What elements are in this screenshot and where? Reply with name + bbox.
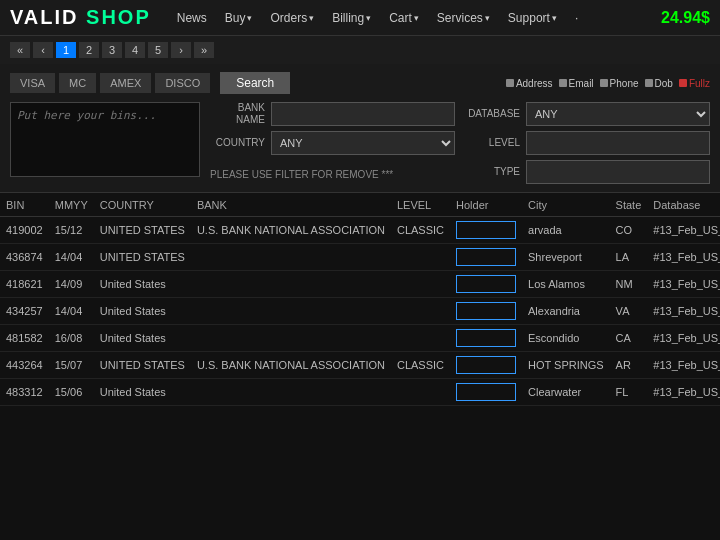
- cell-state: VA: [610, 298, 648, 325]
- cell-city: Los Alamos: [522, 271, 610, 298]
- cell-country: United States: [94, 298, 191, 325]
- fullz-dot: [679, 79, 687, 87]
- table-row: 418621 14/09 United States Los Alamos NM…: [0, 271, 720, 298]
- results-table: BIN MMYY COUNTRY BANK LEVEL Holder City …: [0, 193, 720, 406]
- cell-bin: 443264: [0, 352, 49, 379]
- table-row: 419002 15/12 UNITED STATES U.S. BANK NAT…: [0, 217, 720, 244]
- cell-mmyy: 14/04: [49, 244, 94, 271]
- bank-name-row: BANKNAME: [210, 102, 455, 126]
- page-last[interactable]: »: [194, 42, 214, 58]
- brand: VALID SHOP: [10, 6, 151, 29]
- cell-bin: 419002: [0, 217, 49, 244]
- tab-mc[interactable]: MC: [59, 73, 96, 93]
- cell-state: NM: [610, 271, 648, 298]
- billing-arrow: ▾: [366, 13, 371, 23]
- database-label: DATABASE: [465, 108, 520, 120]
- cell-bank: [191, 298, 391, 325]
- cell-state: LA: [610, 244, 648, 271]
- navbar: VALID SHOP News Buy ▾ Orders ▾ Billing ▾…: [0, 0, 720, 36]
- type-label: TYPE: [465, 166, 520, 178]
- tab-amex[interactable]: AMEX: [100, 73, 151, 93]
- bank-name-label: BANKNAME: [210, 102, 265, 126]
- page-first[interactable]: «: [10, 42, 30, 58]
- cell-country: United States: [94, 325, 191, 352]
- cell-bank: [191, 379, 391, 406]
- cell-city: Shreveport: [522, 244, 610, 271]
- legend-dob: Dob: [645, 78, 673, 89]
- nav-support[interactable]: Support ▾: [502, 9, 563, 27]
- nav-separator: ·: [569, 9, 584, 27]
- cell-bank: [191, 325, 391, 352]
- level-label: LEVEL: [465, 137, 520, 149]
- cell-holder: [450, 325, 522, 352]
- legend-fullz: Fullz: [679, 78, 710, 89]
- col-city: City: [522, 193, 610, 217]
- nav-orders[interactable]: Orders ▾: [264, 9, 320, 27]
- cell-bin: 483312: [0, 379, 49, 406]
- col-level: LEVEL: [391, 193, 450, 217]
- cell-country: UNITED STATES: [94, 244, 191, 271]
- type-row: TYPE: [465, 160, 710, 184]
- results-table-wrapper: BIN MMYY COUNTRY BANK LEVEL Holder City …: [0, 193, 720, 540]
- table-row: 481582 16/08 United States Escondido CA …: [0, 325, 720, 352]
- database-select[interactable]: ANY: [526, 102, 710, 126]
- level-input[interactable]: [526, 131, 710, 155]
- page-3[interactable]: 3: [102, 42, 122, 58]
- page-next[interactable]: ›: [171, 42, 191, 58]
- table-header-row: BIN MMYY COUNTRY BANK LEVEL Holder City …: [0, 193, 720, 217]
- country-label: COUNTRY: [210, 137, 265, 149]
- dob-dot: [645, 79, 653, 87]
- cell-level: [391, 271, 450, 298]
- email-dot: [559, 79, 567, 87]
- page-4[interactable]: 4: [125, 42, 145, 58]
- search-body: BANKNAME DATABASE ANY COUNTRY ANY: [10, 102, 710, 184]
- page-2[interactable]: 2: [79, 42, 99, 58]
- col-holder: Holder: [450, 193, 522, 217]
- cell-bin: 481582: [0, 325, 49, 352]
- cell-database: #13_Feb_US_80%VR: [647, 325, 720, 352]
- phone-label: Phone: [610, 78, 639, 89]
- page-1[interactable]: 1: [56, 42, 76, 58]
- bins-input[interactable]: [10, 102, 200, 177]
- cell-holder: [450, 352, 522, 379]
- page-5[interactable]: 5: [148, 42, 168, 58]
- type-input[interactable]: [526, 160, 710, 184]
- filter-legend: Address Email Phone Dob Fullz: [506, 78, 710, 89]
- buy-arrow: ▾: [247, 13, 252, 23]
- filter-note-text: PLEASE USE FILTER FOR REMOVE ***: [210, 169, 393, 180]
- cell-holder: [450, 244, 522, 271]
- table-row: 483312 15/06 United States Clearwater FL…: [0, 379, 720, 406]
- brand-valid: VALID: [10, 6, 79, 28]
- table-row: 436874 14/04 UNITED STATES Shreveport LA…: [0, 244, 720, 271]
- pagination-bar: « ‹ 1 2 3 4 5 › »: [0, 36, 720, 64]
- cell-bin: 434257: [0, 298, 49, 325]
- cell-city: HOT SPRINGS: [522, 352, 610, 379]
- balance-display: 24.94$: [661, 9, 710, 27]
- nav-services[interactable]: Services ▾: [431, 9, 496, 27]
- nav-billing[interactable]: Billing ▾: [326, 9, 377, 27]
- search-top-row: VISA MC AMEX DISCO Search Address Email …: [10, 72, 710, 94]
- nav-cart[interactable]: Cart ▾: [383, 9, 425, 27]
- cell-mmyy: 16/08: [49, 325, 94, 352]
- address-dot: [506, 79, 514, 87]
- search-button[interactable]: Search: [220, 72, 290, 94]
- col-mmyy: MMYY: [49, 193, 94, 217]
- nav-news[interactable]: News: [171, 9, 213, 27]
- cell-mmyy: 14/04: [49, 298, 94, 325]
- tab-disco[interactable]: DISCO: [155, 73, 210, 93]
- cell-state: CA: [610, 325, 648, 352]
- cell-country: UNITED STATES: [94, 217, 191, 244]
- page-prev[interactable]: ‹: [33, 42, 53, 58]
- tab-visa[interactable]: VISA: [10, 73, 55, 93]
- cell-database: #13_Feb_US_80%VR: [647, 298, 720, 325]
- cell-country: UNITED STATES: [94, 352, 191, 379]
- dob-label: Dob: [655, 78, 673, 89]
- col-country: COUNTRY: [94, 193, 191, 217]
- card-type-tabs: VISA MC AMEX DISCO: [10, 73, 210, 93]
- cell-bank: U.S. BANK NATIONAL ASSOCIATION: [191, 352, 391, 379]
- country-select[interactable]: ANY: [271, 131, 455, 155]
- bank-name-input[interactable]: [271, 102, 455, 126]
- cell-bin: 418621: [0, 271, 49, 298]
- cell-level: CLASSIC: [391, 217, 450, 244]
- nav-buy[interactable]: Buy ▾: [219, 9, 259, 27]
